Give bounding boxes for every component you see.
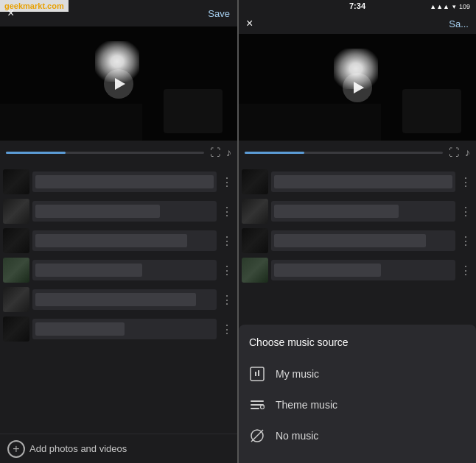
right-timeline-area: ⋮ ⋮ ⋮ ⋮ — [239, 164, 476, 311]
svg-rect-1 — [251, 400, 264, 402]
clip-bar — [35, 293, 196, 306]
left-video-shape1 — [164, 89, 223, 133]
right-play-icon — [354, 82, 364, 93]
clip-bar-container — [32, 260, 217, 280]
left-play-button[interactable] — [104, 69, 133, 99]
clip-bar-container — [32, 172, 217, 192]
clip-bar-container — [32, 289, 217, 310]
theme-music-label: Theme music — [276, 399, 337, 411]
my-music-icon — [249, 366, 265, 382]
clip-bar-container — [271, 172, 455, 192]
my-music-label: My music — [276, 368, 319, 380]
clip-thumb — [3, 287, 29, 312]
left-bottom-bar: + Add photos and videos — [0, 434, 237, 463]
right-expand-icon[interactable]: ⛶ — [449, 146, 459, 158]
clip-thumb — [3, 317, 29, 342]
clip-bar-container — [271, 201, 455, 222]
clip-menu-button[interactable]: ⋮ — [220, 205, 234, 219]
clip-bar — [35, 234, 187, 247]
clip-menu-button[interactable]: ⋮ — [220, 175, 234, 189]
clip-menu-button[interactable]: ⋮ — [220, 264, 234, 278]
clip-menu-button[interactable]: ⋮ — [220, 293, 234, 307]
right-video-shape1 — [402, 89, 461, 133]
no-music-icon — [249, 428, 265, 444]
status-time: 7:34 — [349, 1, 365, 10]
clip-bar — [35, 264, 142, 277]
popup-title: Choose music source — [249, 336, 466, 348]
left-music-icon[interactable]: ♪ — [226, 146, 231, 158]
clip-thumb-image — [3, 228, 29, 253]
clip-bar-container — [32, 201, 217, 222]
left-timeline-track — [6, 152, 204, 154]
clip-bar — [274, 234, 426, 247]
my-music-option[interactable]: My music — [249, 358, 466, 389]
clip-bar — [35, 205, 160, 218]
clip-bar — [274, 175, 452, 188]
clip-thumb-image — [3, 317, 29, 342]
left-timeline-area: ⋮ ⋮ ⋮ ⋮ — [0, 164, 237, 434]
left-timeline-toolbar: ⛶ ♪ — [0, 141, 237, 164]
table-row: ⋮ — [0, 314, 237, 344]
clip-thumb — [3, 199, 29, 224]
watermark-highlight: markt — [23, 1, 45, 10]
right-save-button[interactable]: Sa... — [449, 18, 469, 29]
right-top-bar: × Sa... — [239, 13, 476, 34]
theme-music-icon — [249, 397, 265, 413]
clip-bar — [274, 205, 399, 218]
clip-thumb-image — [242, 199, 268, 224]
table-row: ⋮ — [239, 255, 476, 285]
clip-bar-container — [271, 230, 455, 251]
signal-icon: ▲▲▲ — [430, 3, 449, 10]
right-top-bar-left: × — [246, 17, 253, 30]
theme-music-option[interactable]: Theme music — [249, 389, 466, 420]
right-timeline-toolbar: ⛶ ♪ — [239, 141, 476, 164]
clip-menu-button[interactable]: ⋮ — [220, 234, 234, 248]
watermark-prefix: geek — [4, 1, 23, 10]
music-source-popup: Choose music source My music — [239, 325, 476, 463]
clip-bar — [35, 322, 125, 336]
clip-bar-container — [271, 260, 455, 280]
clip-menu-button[interactable]: ⋮ — [458, 264, 473, 278]
right-timeline-progress — [245, 152, 304, 154]
table-row: ⋮ — [239, 167, 476, 197]
watermark-suffix: .com — [45, 1, 64, 10]
status-bar: 7:34 ▲▲▲ ▾ 109 — [239, 0, 476, 13]
right-close-button[interactable]: × — [246, 17, 253, 30]
clip-thumb-image — [242, 258, 268, 283]
no-music-option[interactable]: No music — [249, 420, 466, 451]
table-row: ⋮ — [0, 167, 237, 197]
right-play-button[interactable] — [343, 73, 372, 102]
add-media-label: Add photos and videos — [29, 443, 127, 454]
wifi-icon: ▾ — [452, 3, 456, 10]
svg-rect-0 — [251, 367, 264, 381]
clip-bar-container — [32, 319, 217, 339]
svg-rect-3 — [251, 408, 259, 409]
left-save-button[interactable]: Save — [208, 8, 230, 19]
table-row: ⋮ — [0, 255, 237, 285]
clip-menu-button[interactable]: ⋮ — [458, 234, 473, 248]
battery-icon: 109 — [459, 3, 470, 10]
add-media-button[interactable]: + — [7, 440, 25, 458]
table-row: ⋮ — [0, 285, 237, 314]
left-panel: × Save ⛶ ♪ ⋮ — [0, 0, 237, 463]
table-row: ⋮ — [0, 226, 237, 255]
clip-menu-button[interactable]: ⋮ — [220, 322, 234, 336]
right-panel: 7:34 ▲▲▲ ▾ 109 × Sa... ⛶ ♪ — [239, 0, 476, 463]
clip-thumb — [3, 258, 29, 283]
clip-thumb-image — [3, 287, 29, 312]
clip-thumb — [242, 258, 268, 283]
clip-thumb — [242, 169, 268, 194]
clip-bar — [274, 264, 381, 277]
clip-thumb-image — [242, 169, 268, 194]
right-video-shape2 — [239, 104, 381, 141]
right-music-icon[interactable]: ♪ — [465, 146, 470, 158]
clip-menu-button[interactable]: ⋮ — [458, 205, 473, 219]
svg-point-4 — [261, 406, 265, 409]
table-row: ⋮ — [239, 197, 476, 226]
clip-thumb-image — [3, 169, 29, 194]
left-video-preview — [0, 26, 237, 141]
clip-thumb — [3, 228, 29, 253]
left-expand-icon[interactable]: ⛶ — [210, 146, 220, 158]
table-row: ⋮ — [0, 197, 237, 226]
clip-menu-button[interactable]: ⋮ — [458, 175, 473, 189]
